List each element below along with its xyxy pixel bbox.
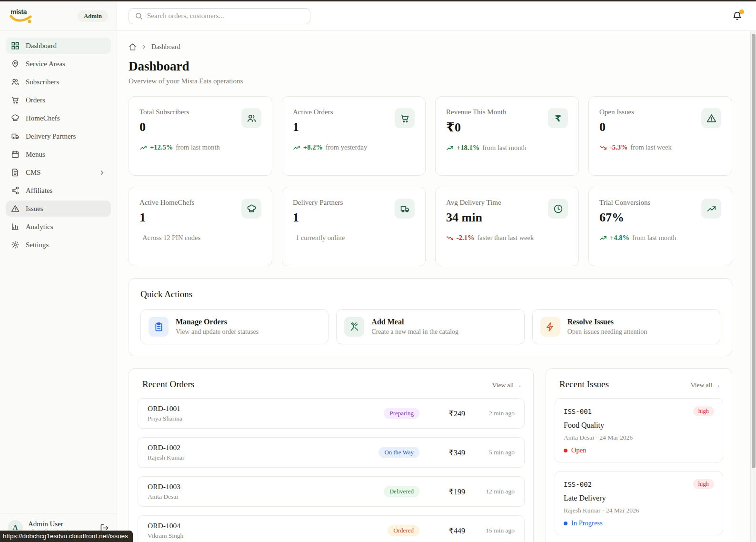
page-subtitle: Overview of your Mista Eats operations [129, 77, 732, 85]
sidebar-item-cms[interactable]: CMS [6, 164, 111, 181]
issue-meta: Rajesh Kumar · 24 Mar 2026 [564, 507, 714, 514]
quick-action-resolve-issues[interactable]: Resolve Issues Open issues needing atten… [532, 309, 720, 344]
breadcrumb: Dashboard [129, 43, 732, 51]
map-pin-icon [11, 60, 20, 68]
stat-trend: -2.1% faster than last week [446, 234, 534, 242]
search-box[interactable] [129, 8, 310, 24]
sidebar-item-label: Menus [26, 151, 45, 159]
notification-dot [739, 10, 744, 14]
home-icon[interactable] [129, 43, 137, 51]
order-customer: Anita Desai [148, 493, 180, 501]
sidebar-item-issues[interactable]: Issues [6, 201, 111, 217]
stats-grid-row1: Total Subscribers 0 +12.5% from last mon… [129, 96, 732, 176]
stat-card-revenue: Revenue This Month ₹0 +18.1% from last m… [435, 96, 579, 176]
quick-action-desc: Open issues needing attention [567, 328, 647, 336]
bar-chart-icon [11, 222, 20, 231]
sidebar-item-settings[interactable]: Settings [6, 237, 111, 253]
clock-icon [548, 199, 568, 219]
order-id: ORD-1003 [148, 482, 180, 491]
issue-meta: Anita Desai · 24 Mar 2026 [564, 434, 714, 442]
sidebar-item-label: Orders [26, 96, 45, 104]
order-time: 12 min ago [465, 488, 515, 495]
orders-view-all-link[interactable]: View all → [492, 381, 522, 389]
order-row[interactable]: ORD-1004 Vikram Singh Ordered ₹449 15 mi… [138, 515, 525, 542]
stats-grid-row2: Active HomeChefs 1 Across 12 PIN codes [129, 187, 732, 266]
order-price: ₹449 [419, 526, 465, 535]
sidebar-item-label: Delivery Partners [26, 132, 76, 141]
sidebar-item-subscribers[interactable]: Subscribers [6, 74, 111, 90]
status-bar-url: https://dobchcg1esdvu.cloudfront.net/iss… [0, 531, 133, 542]
breadcrumb-current: Dashboard [151, 43, 180, 51]
stat-note: from last month [482, 144, 527, 152]
users-icon [11, 78, 20, 86]
quick-actions-panel: Quick Actions Manage Orders View and upd… [129, 278, 732, 356]
stat-label: Delivery Partners [293, 199, 345, 207]
issue-status-label: Open [571, 446, 586, 454]
stat-trend: -5.3% from last week [599, 143, 672, 151]
file-text-icon [11, 168, 20, 177]
stat-card-open-issues: Open Issues 0 -5.3% from last week [588, 96, 732, 176]
scrollbar-thumb[interactable] [752, 34, 756, 468]
chef-hat-icon [241, 199, 261, 219]
sidebar-item-dashboard[interactable]: Dashboard [6, 38, 111, 54]
quick-action-manage-orders[interactable]: Manage Orders View and update order stat… [140, 309, 328, 344]
sidebar-item-delivery-partners[interactable]: Delivery Partners [6, 128, 111, 144]
sidebar-item-menus[interactable]: Menus [6, 146, 111, 162]
calendar-icon [11, 150, 20, 159]
stat-card-active-homechefs: Active HomeChefs 1 Across 12 PIN codes [129, 187, 272, 266]
issue-priority-badge: high [693, 406, 714, 416]
clipboard-icon [149, 317, 169, 337]
stat-value: 1 [293, 211, 345, 225]
chef-hat-icon [11, 114, 20, 122]
search-icon [135, 12, 143, 20]
share-icon [11, 186, 20, 195]
stat-value: 1 [293, 120, 367, 134]
quick-action-title: Manage Orders [176, 318, 259, 326]
vertical-scrollbar[interactable] [750, 31, 756, 542]
users-icon [241, 108, 261, 128]
sidebar-nav: Dashboard Service Areas Subscribers Orde… [0, 31, 117, 513]
quick-action-desc: Create a new meal in the catalog [371, 328, 458, 336]
sidebar-item-orders[interactable]: Orders [6, 92, 111, 108]
sidebar-item-homechefs[interactable]: HomeChefs [6, 110, 111, 126]
user-name: Admin User [28, 520, 82, 528]
issues-view-all-link[interactable]: View all → [691, 381, 720, 389]
stat-note: from last month [176, 143, 220, 151]
stat-card-total-subscribers: Total Subscribers 0 +12.5% from last mon… [129, 96, 272, 176]
stat-card-avg-delivery-time: Avg Delivery Time 34 min -2.1% faster th… [435, 187, 579, 266]
sidebar-item-analytics[interactable]: Analytics [6, 219, 111, 235]
sidebar-item-service-areas[interactable]: Service Areas [6, 56, 111, 72]
stat-label: Trial Conversions [599, 199, 676, 207]
stat-delta: +4.8% [610, 234, 629, 242]
issue-priority-badge: high [693, 479, 714, 489]
recent-orders-panel: Recent Orders View all → ORD-1001 Priya … [129, 368, 534, 542]
issue-card[interactable]: ISS-001 high Food Quality Anita Desai · … [555, 398, 723, 462]
order-customer: Rajesh Kumar [148, 454, 185, 462]
issue-status-label: In Progress [571, 519, 603, 527]
recent-issues-heading: Recent Issues [559, 379, 609, 390]
sidebar-item-affiliates[interactable]: Affiliates [6, 182, 111, 199]
trending-up-icon [446, 144, 454, 152]
trending-down-icon [446, 234, 454, 242]
stat-label: Active Orders [293, 108, 367, 116]
order-row[interactable]: ORD-1001 Priya Sharma Preparing ₹249 2 m… [138, 398, 525, 429]
stat-delta: -2.1% [457, 234, 474, 242]
status-dot [564, 522, 567, 525]
chevron-right-icon [99, 169, 106, 176]
stat-card-trial-conversions: Trial Conversions 67% +4.8% from last mo… [588, 187, 732, 266]
admin-badge: Admin [78, 10, 108, 22]
search-input[interactable] [147, 12, 304, 20]
truck-icon [11, 132, 20, 141]
stat-trend: Across 12 PIN codes [139, 234, 200, 242]
quick-action-add-meal[interactable]: Add Meal Create a new meal in the catalo… [336, 309, 524, 344]
issue-card[interactable]: ISS-002 high Late Delivery Rajesh Kumar … [555, 471, 723, 535]
order-row[interactable]: ORD-1003 Anita Desai Delivered ₹199 12 m… [138, 476, 525, 507]
trending-up-icon [139, 144, 147, 151]
top-bar [117, 1, 756, 31]
sidebar-item-label: Subscribers [26, 78, 59, 86]
issue-status: Open [564, 446, 714, 454]
order-row[interactable]: ORD-1002 Rajesh Kumar On the Way ₹349 5 … [138, 437, 525, 468]
trending-down-icon [599, 144, 607, 151]
alert-triangle-icon [701, 108, 721, 128]
notifications-button[interactable] [732, 11, 743, 21]
